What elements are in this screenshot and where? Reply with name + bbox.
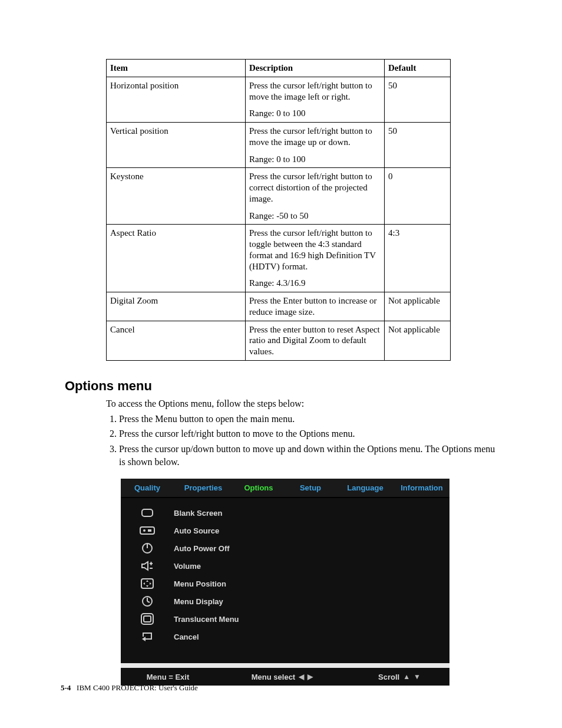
intro-text: To access the Options menu, follow the s… [106,398,497,409]
return-icon [121,632,174,641]
triangle-up-icon: ▲ [403,673,410,681]
volume-icon [121,561,174,571]
tab-language[interactable]: Language [336,479,394,497]
th-desc: Description [246,60,385,77]
page-number: 5-4 [61,683,71,692]
svg-rect-1 [140,527,154,534]
svg-point-2 [143,529,146,532]
svg-marker-6 [142,562,148,570]
section-heading: Options menu [65,378,497,394]
power-icon [121,542,174,554]
th-default: Default [385,60,451,77]
svg-rect-0 [142,509,153,516]
tab-options[interactable]: Options [233,479,285,497]
footer-select-label: Menu select [252,673,295,681]
list-item: Press the Menu button to open the main m… [119,413,497,426]
osd-item-menu-position[interactable]: Menu Position [121,575,449,592]
osd-screenshot: Quality Properties Options Setup Languag… [121,479,449,686]
table-row: Digital Zoom Press the Enter button to i… [107,292,451,321]
properties-table: Item Description Default Horizontal posi… [106,59,451,361]
tab-properties[interactable]: Properties [174,479,233,497]
osd-item-cancel[interactable]: Cancel [121,628,449,645]
osd-item-auto-power-off[interactable]: Auto Power Off [121,539,449,557]
svg-rect-19 [144,616,151,622]
triangle-right-icon: ▶ [308,673,313,681]
osd-tabs: Quality Properties Options Setup Languag… [121,479,449,498]
clock-icon [121,595,174,607]
screen-icon [121,509,174,517]
svg-line-17 [147,601,150,602]
triangle-left-icon: ◀ [299,673,304,681]
position-icon [121,578,174,589]
osd-item-translucent-menu[interactable]: Translucent Menu [121,610,449,628]
steps-list: Press the Menu button to open the main m… [106,413,497,468]
doc-title: IBM C400 PROJECTOR: User's Guide [77,683,198,692]
osd-item-volume[interactable]: Volume [121,557,449,575]
footer-exit: Menu = Exit [121,673,215,681]
tab-setup[interactable]: Setup [285,479,336,497]
footer-scroll-label: Scroll [378,673,399,681]
svg-marker-20 [142,637,146,641]
page-footer: 5-4 IBM C400 PROJECTOR: User's Guide [61,683,198,693]
table-row: Cancel Press the enter button to reset A… [107,321,451,360]
osd-item-auto-source[interactable]: Auto Source [121,522,449,539]
list-item: Press the cursor up/down button to move … [119,443,497,468]
triangle-down-icon: ▼ [414,673,421,681]
source-icon [121,526,174,535]
svg-marker-13 [143,582,145,585]
table-row: Horizontal position Press the cursor lef… [107,77,451,122]
table-row: Aspect Ratio Press the cursor left/right… [107,225,451,292]
th-item: Item [107,60,246,77]
svg-marker-12 [146,585,148,587]
osd-item-blank-screen[interactable]: Blank Screen [121,504,449,522]
svg-marker-11 [146,580,148,582]
tab-quality[interactable]: Quality [121,479,174,497]
osd-item-menu-display[interactable]: Menu Display [121,592,449,610]
translucent-icon [121,613,174,625]
svg-marker-14 [150,582,151,585]
list-item: Press the cursor left/right button to mo… [119,427,497,440]
table-row: Keystone Press the cursor left/right but… [107,168,451,225]
svg-rect-3 [148,529,151,532]
tab-information[interactable]: Information [394,479,449,497]
table-row: Vertical position Press the cursor left/… [107,123,451,168]
